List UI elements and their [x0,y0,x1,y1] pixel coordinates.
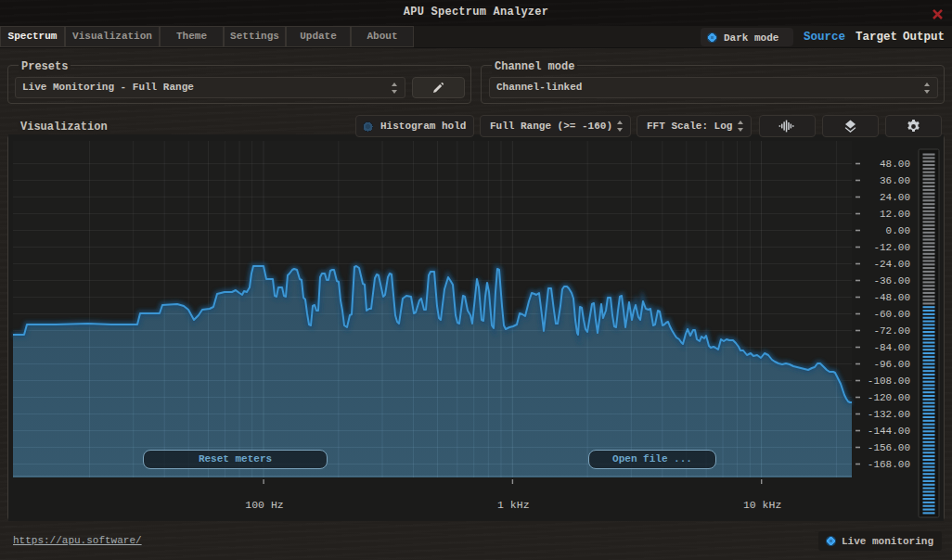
svg-text:-132.00: -132.00 [868,409,910,420]
svg-text:48.00: 48.00 [880,159,910,170]
svg-text:-108.00: -108.00 [868,375,910,387]
svg-text:10 kHz: 10 kHz [743,499,781,511]
svg-text:-144.00: -144.00 [868,426,910,437]
svg-text:-24.00: -24.00 [873,259,910,270]
svg-text:12.00: 12.00 [880,209,910,220]
svg-text:24.00: 24.00 [880,192,910,203]
svg-text:-60.00: -60.00 [873,309,910,320]
svg-text:-72.00: -72.00 [873,325,910,337]
svg-text:100 Hz: 100 Hz [245,499,283,511]
svg-text:36.00: 36.00 [880,175,910,186]
svg-text:-120.00: -120.00 [868,392,910,403]
svg-text:-84.00: -84.00 [873,342,910,353]
svg-text:-156.00: -156.00 [868,442,910,453]
svg-text:-168.00: -168.00 [868,459,910,470]
svg-text:-96.00: -96.00 [873,359,910,370]
svg-text:-12.00: -12.00 [873,242,910,253]
svg-text:-36.00: -36.00 [873,275,910,286]
svg-text:0.00: 0.00 [886,225,910,236]
svg-text:-48.00: -48.00 [873,292,910,303]
svg-text:1 kHz: 1 kHz [497,499,530,511]
